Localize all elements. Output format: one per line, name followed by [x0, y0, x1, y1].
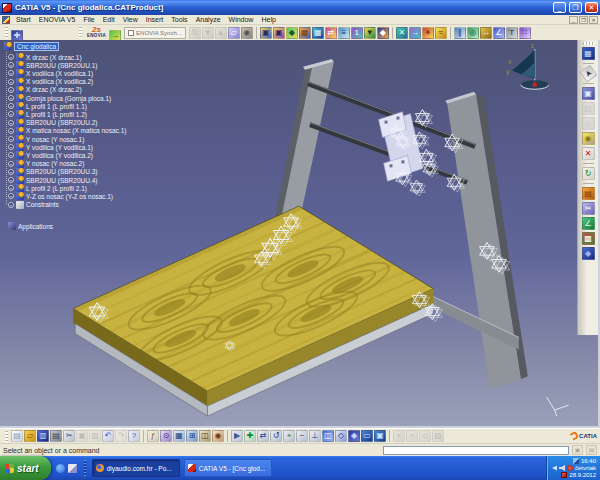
- existing-component-icon[interactable]: ▦: [299, 27, 311, 39]
- tree-expand-icon[interactable]: +: [8, 136, 14, 142]
- menu-insert[interactable]: Insert: [142, 16, 168, 23]
- tree-item-x-vodilica-x-vodilica-2-[interactable]: +X vodilica (X vodilica.2): [8, 78, 93, 86]
- menu-tools[interactable]: Tools: [167, 16, 191, 23]
- apply-material-icon[interactable]: ▩: [582, 232, 595, 245]
- tree-expand-icon[interactable]: +: [8, 144, 14, 150]
- mdi-minimize-button[interactable]: _: [569, 16, 578, 24]
- internet-browser-icon[interactable]: [56, 464, 65, 473]
- fast-multi-instantiation-icon[interactable]: ◆: [377, 27, 389, 39]
- tree-root[interactable]: Cnc glodalica: [4, 42, 59, 50]
- tree-expand-icon[interactable]: +: [8, 70, 14, 76]
- document-icon[interactable]: [2, 16, 10, 24]
- dialog-expand-button[interactable]: ▤: [586, 445, 597, 455]
- restore-button[interactable]: ❐: [569, 2, 582, 13]
- replace-component-icon[interactable]: ⇄: [325, 27, 337, 39]
- generate-numbering-icon[interactable]: 1: [351, 27, 363, 39]
- eraser-icon[interactable]: ▱: [228, 27, 240, 39]
- new-document-icon[interactable]: ▤: [11, 430, 23, 442]
- tree-item-constraints[interactable]: +Constraints: [8, 201, 59, 209]
- reuse-pattern-icon[interactable]: ∷: [519, 27, 531, 39]
- menu-start[interactable]: Start: [12, 16, 35, 23]
- undo-icon[interactable]: ↶: [102, 430, 114, 442]
- tree-item-sbr20uu-sbr20uu-3-[interactable]: +SBR20UU (SBR20UU.3): [8, 168, 98, 176]
- enovia-sync-checkbox[interactable]: [128, 30, 134, 36]
- show-desktop-icon[interactable]: [68, 464, 77, 473]
- tree-item-y-nosac-y-nosac-2-[interactable]: +Y nosac (Y nosac.2): [8, 160, 84, 168]
- menu-edit[interactable]: Edit: [99, 16, 119, 23]
- tree-item-l-profil-2-l-profil-2-1-[interactable]: +L profil 2 (L profil 2.1): [8, 184, 87, 192]
- fix-component-icon[interactable]: T: [506, 27, 518, 39]
- antivirus-icon[interactable]: [561, 472, 567, 478]
- tree-expand-icon[interactable]: +: [8, 161, 14, 167]
- generative-shape-icon[interactable]: ◆: [582, 247, 595, 260]
- menu-enovia-v5[interactable]: ENOVIA V5: [35, 16, 80, 23]
- tree-expand-icon[interactable]: +: [8, 120, 14, 126]
- tree-item-sbr20uu-sbr20uu-1-[interactable]: +SBR20UU (SBR20UU.1): [8, 61, 98, 69]
- network-icon[interactable]: [573, 458, 579, 464]
- tree-item-x-matica-nosac-x-matica-nosac-1-[interactable]: +X matica nosac (X matica nosac.1): [8, 127, 126, 135]
- tree-expand-icon[interactable]: +: [8, 62, 14, 68]
- split-screen-icon[interactable]: ▭: [361, 430, 373, 442]
- tree-expand-icon[interactable]: +: [8, 177, 14, 183]
- toolbar-grip[interactable]: [5, 431, 8, 442]
- product-knowledge-icon[interactable]: ⊞: [186, 430, 198, 442]
- tree-expand-icon[interactable]: +: [8, 103, 14, 109]
- tree-item-x-vodilica-x-vodilica-1-[interactable]: +X vodilica (X vodilica.1): [8, 69, 93, 77]
- fit-all-in-icon[interactable]: ✚: [244, 430, 256, 442]
- design-table-icon[interactable]: ▦: [173, 430, 185, 442]
- specifications-overview-icon[interactable]: ▦: [582, 47, 595, 60]
- tree-item-gornja-ploca-gornja-ploca-1-[interactable]: +Gornja ploca (Gornja ploca.1): [8, 94, 111, 102]
- clash-analysis-icon[interactable]: ✕: [396, 27, 408, 39]
- smart-move-icon[interactable]: →: [409, 27, 421, 39]
- menu-view[interactable]: View: [119, 16, 142, 23]
- print-document-icon[interactable]: ▤: [50, 430, 62, 442]
- open-document-icon[interactable]: ▱: [24, 430, 36, 442]
- tree-item-l-profil-1-l-profil-1-1-[interactable]: +L profil 1 (L profil 1.1): [8, 102, 87, 110]
- full-screen-icon[interactable]: ▣: [374, 430, 386, 442]
- taskbar-task-catia[interactable]: CATIA V5 - [Cnc glod...: [184, 459, 272, 477]
- tree-item-applications[interactable]: Applications: [8, 222, 53, 230]
- new-part-icon[interactable]: ◆: [286, 27, 298, 39]
- angle-constraint-icon[interactable]: ∠: [493, 27, 505, 39]
- compass-origin-dot[interactable]: [533, 83, 537, 87]
- pan-icon[interactable]: ⇄: [257, 430, 269, 442]
- tree-item-x-drzac-x-drzac-1-[interactable]: +X drzac (X drzac.1): [8, 53, 82, 61]
- multi-view-icon[interactable]: ◫: [322, 430, 334, 442]
- tree-item-sbr20uu-sbr20uu-2-[interactable]: +SBR20UU (SBR20UU.2): [8, 119, 98, 127]
- hide-show-icon[interactable]: ◉: [582, 132, 595, 145]
- tree-expand-icon[interactable]: +: [8, 95, 14, 101]
- menu-file[interactable]: File: [79, 16, 98, 23]
- catalog-person-icon[interactable]: ◫: [199, 430, 211, 442]
- tree-expand-icon[interactable]: +: [8, 202, 14, 208]
- tree-expand-icon[interactable]: +: [8, 54, 14, 60]
- tree-expand-icon[interactable]: +: [8, 169, 14, 175]
- offset-constraint-icon[interactable]: ↔: [480, 27, 492, 39]
- dialog-dock-button[interactable]: ▣: [572, 445, 583, 455]
- messenger-icon[interactable]: [567, 465, 573, 471]
- hand-grab-icon[interactable]: ◉: [241, 27, 253, 39]
- selective-load-icon[interactable]: ▼: [364, 27, 376, 39]
- menu-help[interactable]: Help: [257, 16, 279, 23]
- tree-expand-icon[interactable]: +: [8, 185, 14, 191]
- tree-expand-icon[interactable]: +: [8, 87, 14, 93]
- tree-item-sbr20uu-sbr20uu-4-[interactable]: +SBR20UU (SBR20UU.4): [8, 176, 98, 184]
- tree-item-y-vodilica-y-vodilica-2-[interactable]: +Y vodilica (Y vodilica.2): [8, 151, 93, 159]
- snap-icon[interactable]: ≈: [435, 27, 447, 39]
- save-document-icon[interactable]: ▥: [37, 430, 49, 442]
- coincidence-constraint-icon[interactable]: ∥: [454, 27, 466, 39]
- hidden-icons-chevron[interactable]: [552, 466, 557, 471]
- catia-app-icon[interactable]: [2, 3, 12, 13]
- mdi-restore-button[interactable]: ❐: [579, 16, 588, 24]
- rotate-icon[interactable]: ↺: [270, 430, 282, 442]
- tree-expand-icon[interactable]: +: [8, 152, 14, 158]
- menu-window[interactable]: Window: [225, 16, 258, 23]
- tree-item-y-vodilica-y-vodilica-1-[interactable]: +Y vodilica (Y vodilica.1): [8, 143, 93, 151]
- explode-icon[interactable]: ☀: [422, 27, 434, 39]
- viewport[interactable]: z x y Cnc glodalica +X drzac (X drzac.1)…: [0, 40, 600, 428]
- measure-icon[interactable]: ∠: [582, 217, 595, 230]
- whats-this-help-icon[interactable]: ?: [128, 430, 140, 442]
- mdi-close-button[interactable]: ✕: [589, 16, 598, 24]
- new-product-icon[interactable]: ▣: [273, 27, 285, 39]
- tree-expand-icon[interactable]: +: [8, 193, 14, 199]
- tree-item-y-nosac-y-nosac-1-[interactable]: +Y nosac (Y nosac.1): [8, 135, 84, 143]
